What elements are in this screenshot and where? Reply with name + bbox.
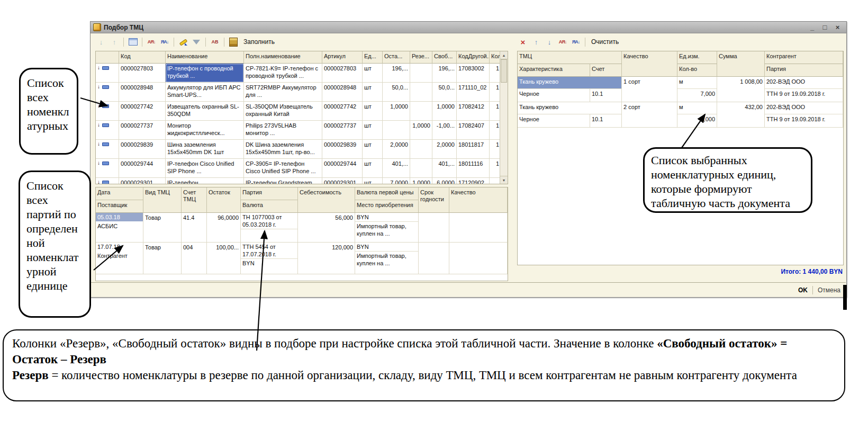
cell-cost[interactable]: 56,000: [298, 213, 355, 243]
cell-code[interactable]: 0000029839: [119, 140, 166, 159]
move-down-icon[interactable]: ↓: [95, 37, 107, 47]
cell-code-other[interactable]: 17083002: [457, 64, 490, 83]
move-down-icon[interactable]: ↓: [544, 37, 555, 47]
cell-currency-place[interactable]: BYN Импортный товар, куплен на ...: [355, 213, 419, 243]
cell-reserve[interactable]: [410, 140, 432, 159]
fill-button[interactable]: Заполнить: [241, 38, 277, 46]
cell-full-name[interactable]: SL-350QDM Извещатель охранный Китай: [244, 102, 322, 121]
cell-name[interactable]: Шина заземления 15x5x450mm DK 1шт: [166, 140, 244, 159]
close-button[interactable]: ×: [834, 23, 842, 32]
cell-full-name[interactable]: IP-телефон Grandstream...: [244, 178, 322, 184]
cell-reserve[interactable]: [410, 159, 432, 178]
cell-shelf-life[interactable]: [419, 243, 449, 274]
cell-batch-currency[interactable]: ТТН 5454 от 17.07.2018 г. BYN: [241, 243, 298, 274]
cell-rest[interactable]: 96,0000: [207, 213, 241, 243]
cell-reserve[interactable]: 1,0000: [410, 121, 432, 140]
cell-kind[interactable]: Товар: [143, 213, 182, 243]
cell-rest[interactable]: 2,0000: [383, 140, 410, 159]
cell-quality[interactable]: 1 сорт: [622, 77, 677, 102]
cell-free[interactable]: 1,0000: [432, 102, 457, 121]
cell-free[interactable]: 401,...: [432, 159, 457, 178]
cell-name[interactable]: Извещатель охранный SL-350QDM: [166, 102, 244, 121]
cell-code[interactable]: 0000027803: [119, 64, 166, 83]
cell-quality[interactable]: [449, 243, 508, 274]
cell-free[interactable]: 196,...: [432, 64, 457, 83]
cell-date-supplier[interactable]: 05.03.18 АСБИС: [96, 213, 143, 243]
cell-account[interactable]: 004: [182, 243, 207, 274]
catalog-icon[interactable]: [228, 37, 239, 47]
list-settings-icon[interactable]: [177, 37, 189, 47]
find-icon[interactable]: АВ: [209, 37, 221, 47]
cell-date-supplier[interactable]: 17.07.18 Контрагент: [96, 243, 143, 274]
cell-name[interactable]: IP-телефон...: [166, 178, 244, 184]
cell-reserve[interactable]: [410, 102, 432, 121]
vertical-scrollbar[interactable]: ▲ ▼: [500, 51, 508, 184]
cell-batch-currency[interactable]: ТН 1077003 от 05.03.2018 г.: [241, 213, 298, 243]
cell-reserve[interactable]: [410, 83, 432, 102]
cell-full-name[interactable]: DK Шина заземления 15x5x450mm 1шт, пр-во…: [244, 140, 322, 159]
cell-rest[interactable]: 100,00...: [207, 243, 241, 274]
cell-unit[interactable]: шт: [363, 178, 383, 184]
cell-cost[interactable]: 120,000: [298, 243, 355, 274]
cell-unit[interactable]: шт: [363, 159, 383, 178]
cell-article[interactable]: 0000029744: [322, 159, 363, 178]
move-up-icon[interactable]: ↑: [108, 37, 120, 47]
cell-code[interactable]: 0000027737: [119, 121, 166, 140]
cell-full-name[interactable]: Philips 273V5LHAB монитор ...: [244, 121, 322, 140]
cell-name[interactable]: Монитор жидкокристллическ...: [166, 121, 244, 140]
cell-reserve[interactable]: 1,0000: [410, 178, 432, 184]
cell-full-name[interactable]: CP-7821-K9= IP-телефон с проводной трубк…: [244, 64, 322, 83]
cell-code-other[interactable]: 18011817: [457, 140, 490, 159]
cell-code[interactable]: 0000027742: [119, 102, 166, 121]
cell-quality[interactable]: [449, 213, 508, 243]
scroll-down-button[interactable]: ▼: [500, 176, 508, 184]
clear-button[interactable]: Очистить: [589, 38, 621, 46]
scroll-up-button[interactable]: ▲: [500, 51, 508, 59]
cell-code-other[interactable]: 17082412: [457, 102, 490, 121]
minimize-button[interactable]: _: [808, 23, 816, 32]
cell-contractor-batch[interactable]: 202-ВЭД ООО ТТН 9 от 19.09.2018 г.: [765, 102, 843, 128]
hierarchy-icon[interactable]: [127, 37, 139, 47]
cell-sum[interactable]: 1 008,00: [717, 77, 765, 102]
cell-code-other[interactable]: 171110_02: [457, 83, 490, 102]
cell-code[interactable]: 0000029744: [119, 159, 166, 178]
cell-article[interactable]: 0000029301: [322, 178, 363, 184]
cell-rest[interactable]: 401,...: [383, 159, 410, 178]
cell-article[interactable]: 0000027803: [322, 64, 363, 83]
cell-article[interactable]: 0000027742: [322, 102, 363, 121]
cell-reserve[interactable]: [410, 64, 432, 83]
sort-asc-icon[interactable]: АЯ↓: [557, 37, 568, 47]
cell-code[interactable]: 0000028948: [119, 83, 166, 102]
sort-desc-icon[interactable]: ЯА↓: [159, 37, 170, 47]
cell-code-other[interactable]: 17082407: [457, 121, 490, 140]
sort-desc-icon[interactable]: ЯА↓: [570, 37, 582, 47]
cell-kind[interactable]: Товар: [143, 243, 182, 274]
cell-article[interactable]: 0000029839: [322, 140, 363, 159]
cell-contractor-batch[interactable]: 202-ВЭД ООО ТТН 9 от 19.09.2018 г.: [765, 77, 843, 102]
cell-code-other[interactable]: 18011116: [457, 159, 490, 178]
cell-rest[interactable]: [383, 121, 410, 140]
cell-tmc-group[interactable]: Ткань кружево Черное 10.1: [518, 102, 622, 128]
ok-button[interactable]: OK: [798, 286, 808, 294]
cell-unit-qty[interactable]: м 3,000: [677, 102, 717, 128]
cell-account[interactable]: 41.4: [182, 213, 207, 243]
scroll-thumb[interactable]: [501, 59, 507, 83]
cell-rest[interactable]: 196,...: [383, 64, 410, 83]
cell-unit[interactable]: шт: [363, 140, 383, 159]
title-bar[interactable]: Подбор ТМЦ _ □ ×: [91, 22, 846, 33]
cell-full-name[interactable]: CP-3905= IP-телефон Cisco Unified SIP Ph…: [244, 159, 322, 178]
cell-unit[interactable]: шт: [363, 83, 383, 102]
cell-article[interactable]: 0000028948: [322, 83, 363, 102]
sort-asc-icon[interactable]: АЯ↓: [146, 37, 157, 47]
filter-icon[interactable]: [191, 37, 202, 47]
cell-unit-qty[interactable]: м 7,000: [677, 77, 717, 102]
cell-rest[interactable]: 50,0...: [383, 83, 410, 102]
cell-name[interactable]: IP-телефон Cisco Unified SIP Phone ...: [166, 159, 244, 178]
cell-code[interactable]: 0000029301: [119, 178, 166, 184]
cell-currency-place[interactable]: BYN Импортный товар, куплен на ...: [355, 243, 419, 274]
cell-unit[interactable]: шт: [363, 64, 383, 83]
cell-free[interactable]: -1,00...: [432, 121, 457, 140]
cell-code-other[interactable]: 17120902: [457, 178, 490, 184]
cell-shelf-life[interactable]: [419, 213, 449, 243]
cell-name[interactable]: Аккумулятор для ИБП APC Smart-UPS...: [166, 83, 244, 102]
